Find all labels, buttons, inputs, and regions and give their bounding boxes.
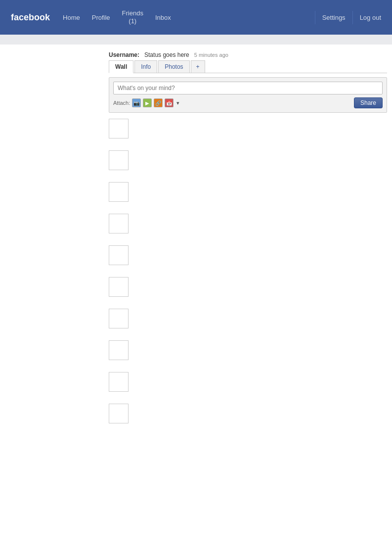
profile-tabs: Wall Info Photos +	[109, 60, 387, 73]
left-sidebar	[0, 45, 104, 439]
status-text: Status goes here	[144, 51, 189, 58]
attach-link-icon[interactable]: 🔗	[154, 98, 163, 107]
avatar	[109, 214, 129, 233]
feed-content	[133, 182, 387, 202]
feed-content	[133, 309, 387, 328]
avatar	[109, 372, 129, 392]
feed-item	[109, 340, 387, 362]
avatar	[109, 150, 129, 170]
nav-logout[interactable]: Log out	[352, 11, 388, 24]
nav-settings[interactable]: Settings	[315, 11, 352, 24]
feed-content	[133, 404, 387, 423]
tab-wall[interactable]: Wall	[109, 60, 133, 73]
feed-item	[109, 372, 387, 394]
feed-content	[133, 214, 387, 233]
attach-area: Attach: 📷 ▶ 🔗 📅 ▾	[113, 98, 179, 107]
avatar	[109, 277, 129, 297]
attach-label: Attach:	[113, 100, 130, 106]
feed-content	[133, 277, 387, 297]
status-actions: Attach: 📷 ▶ 🔗 📅 ▾ Share	[113, 97, 383, 108]
avatar	[109, 182, 129, 202]
attach-dropdown-arrow[interactable]: ▾	[176, 100, 179, 106]
nav-home[interactable]: Home	[57, 14, 86, 21]
attach-icons: 📷 ▶ 🔗 📅 ▾	[132, 98, 179, 107]
feed-content	[133, 119, 387, 139]
top-navigation: facebook Home Profile Friends(1) Inbox S…	[0, 0, 392, 35]
username-label: Username:	[109, 51, 139, 58]
attach-video-icon[interactable]: ▶	[143, 98, 152, 107]
feed-item	[109, 182, 387, 204]
feed-content	[133, 150, 387, 170]
feed-item	[109, 404, 387, 425]
avatar	[109, 404, 129, 423]
user-info-bar: Username: Status goes here 5 minutes ago	[109, 48, 387, 60]
feed-content	[133, 245, 387, 265]
tab-photos[interactable]: Photos	[158, 60, 189, 73]
attach-photo-icon[interactable]: 📷	[132, 98, 141, 107]
tab-info[interactable]: Info	[134, 60, 157, 73]
feed-list	[109, 119, 387, 425]
feed-item	[109, 309, 387, 330]
feed-item	[109, 150, 387, 172]
feed-content	[133, 340, 387, 360]
feed-item	[109, 214, 387, 235]
facebook-logo[interactable]: facebook	[4, 12, 57, 23]
avatar	[109, 309, 129, 328]
attach-event-icon[interactable]: 📅	[165, 98, 174, 107]
feed-content	[133, 372, 387, 392]
feed-item	[109, 245, 387, 267]
nav-inbox[interactable]: Inbox	[149, 14, 177, 21]
avatar	[109, 245, 129, 265]
nav-friends[interactable]: Friends(1)	[116, 9, 149, 25]
avatar	[109, 119, 129, 139]
share-button[interactable]: Share	[354, 97, 383, 108]
status-update-box: Attach: 📷 ▶ 🔗 📅 ▾ Share	[109, 77, 387, 113]
feed-item	[109, 277, 387, 299]
nav-profile[interactable]: Profile	[86, 14, 116, 21]
status-time: 5 minutes ago	[194, 52, 228, 58]
feed-item	[109, 119, 387, 140]
avatar	[109, 340, 129, 360]
profile-header-bg	[0, 35, 392, 45]
main-area: Username: Status goes here 5 minutes ago…	[104, 45, 392, 439]
profile-content: Username: Status goes here 5 minutes ago…	[0, 45, 392, 439]
status-input[interactable]	[113, 82, 383, 94]
tab-plus[interactable]: +	[191, 60, 205, 73]
